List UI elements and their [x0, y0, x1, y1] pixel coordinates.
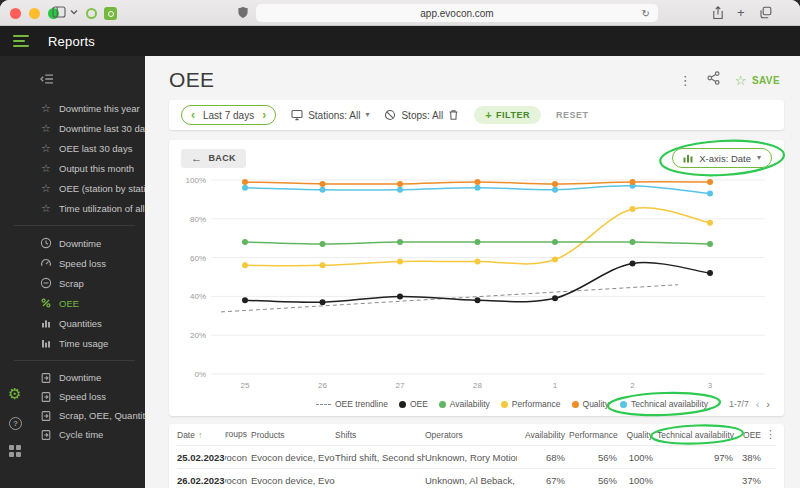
page-next-icon[interactable]: ›: [766, 399, 770, 410]
bar-chart-icon: [40, 317, 52, 329]
minus-circle-icon: [40, 277, 52, 289]
close-window-button[interactable]: [10, 8, 21, 19]
sidebar-item-output-this-month[interactable]: ☆ Output this month: [0, 158, 145, 178]
svg-text:28: 28: [473, 381, 482, 390]
legend-item-technical-availability[interactable]: Technical availability: [620, 399, 708, 409]
minimize-window-button[interactable]: [29, 8, 40, 19]
legend-item-oee-trendline[interactable]: OEE trendline: [316, 399, 388, 409]
extension-icon[interactable]: [86, 8, 97, 19]
legend-item-oee[interactable]: OEE: [399, 399, 428, 409]
col-performance[interactable]: Performance: [569, 430, 621, 440]
share-report-icon[interactable]: [707, 71, 720, 89]
oee-line-chart[interactable]: 0%20%40%60%80%100%25262728123: [181, 170, 771, 396]
sidebar-item-oee-last-30-days[interactable]: ☆ OEE last 30 days: [0, 138, 145, 158]
sidebar-item-scheduled-cycle-time[interactable]: Cycle time: [0, 425, 145, 444]
col-oee[interactable]: OEE: [737, 430, 765, 440]
table-header-row: Date ↑ Station groups Products Shifts Op…: [177, 424, 776, 446]
pagination-label: 1-7/7: [729, 399, 748, 409]
caret-down-icon: ▾: [365, 111, 369, 119]
sidebar-divider: [14, 360, 135, 361]
col-availability[interactable]: Availability: [517, 430, 569, 440]
chevron-down-icon[interactable]: [70, 9, 78, 15]
table-row[interactable]: 26.02.2023 Evocon Evocon device, Evocon …: [177, 469, 776, 488]
date-range-select[interactable]: ‹ Last 7 days ›: [181, 105, 276, 125]
col-products[interactable]: Products: [251, 430, 335, 440]
star-icon: ☆: [40, 143, 52, 154]
stations-filter[interactable]: Stations: All ▾: [291, 109, 369, 121]
refresh-icon[interactable]: ↻: [642, 8, 650, 19]
sidebar-item-label: Scrap, OEE, Quantities, Ti...: [59, 410, 145, 421]
sidebar-item-quantities[interactable]: Quantities: [0, 313, 145, 333]
sidebar-item-oee[interactable]: OEE: [0, 293, 145, 313]
xaxis-select[interactable]: X-axis: Date ▾: [672, 148, 772, 168]
caret-down-icon: ▾: [757, 154, 761, 162]
sidebar-item-scheduled-speed-loss[interactable]: Speed loss: [0, 387, 145, 406]
app-title: Reports: [48, 34, 95, 49]
stops-filter[interactable]: Stops: All: [384, 109, 459, 121]
privacy-shield-icon[interactable]: [237, 6, 249, 19]
cell-operators: Unknown, Al Beback, R...: [425, 475, 517, 486]
page-menu-icon[interactable]: ⋮: [679, 74, 692, 87]
trash-icon[interactable]: [448, 109, 459, 121]
table-menu-icon[interactable]: ⋮: [765, 428, 773, 441]
sidebar-item-speed-loss[interactable]: Speed loss: [0, 253, 145, 273]
sidebar-item-scrap[interactable]: Scrap: [0, 273, 145, 293]
svg-text:60%: 60%: [190, 254, 206, 263]
tabs-overview-icon[interactable]: [759, 6, 772, 19]
sidebar-item-label: Quantities: [59, 318, 102, 329]
back-button[interactable]: ← BACK: [181, 149, 246, 168]
sidebar-item-downtime[interactable]: Downtime: [0, 233, 145, 253]
scheduled-reports-group: Downtime Speed loss Scrap, OEE, Quantiti…: [0, 368, 145, 444]
cell-products: Evocon device, Evocon d...: [251, 475, 335, 486]
sidebar-item-label: Speed loss: [59, 391, 106, 402]
table-row[interactable]: 25.02.2023 Evocon Evocon device, Evocon …: [177, 446, 776, 469]
previous-period-icon[interactable]: ‹: [191, 109, 195, 121]
svg-text:2: 2: [630, 381, 635, 390]
sidebar-item-label: Time utilization of all mac...: [59, 203, 145, 214]
col-quality[interactable]: Quality: [621, 430, 657, 440]
sidebar-item-label: OEE (station by station co...: [59, 183, 145, 194]
save-button[interactable]: ☆ SAVE: [735, 74, 780, 87]
share-icon[interactable]: [712, 6, 724, 20]
sidebar-item-oee-station-by-station[interactable]: ☆ OEE (station by station co...: [0, 178, 145, 198]
back-arrow-icon: ←: [191, 153, 202, 164]
evocon-favicon[interactable]: [104, 7, 117, 20]
reset-filters-button[interactable]: RESET: [556, 110, 589, 120]
cell-quality: 100%: [621, 475, 657, 486]
sidebar-item-time-usage[interactable]: Time usage: [0, 333, 145, 353]
apps-grid-icon[interactable]: [9, 445, 21, 457]
next-period-icon[interactable]: ›: [262, 109, 266, 121]
address-bar[interactable]: app.evocon.com ↻: [256, 4, 658, 22]
sidebar-item-label: Downtime: [59, 372, 101, 383]
cell-availability: 68%: [517, 452, 569, 463]
col-date[interactable]: Date ↑: [177, 430, 225, 440]
legend-item-availability[interactable]: Availability: [439, 399, 490, 409]
add-filter-button[interactable]: + FILTER: [474, 106, 541, 124]
evocon-menu-icon[interactable]: [13, 35, 29, 47]
col-shifts[interactable]: Shifts: [335, 430, 425, 440]
legend-item-performance[interactable]: Performance: [501, 399, 561, 409]
sidebar-item-time-utilization[interactable]: ☆ Time utilization of all mac...: [0, 198, 145, 218]
gauge-icon: [40, 257, 52, 269]
report-export-icon: [40, 372, 52, 384]
page-previous-icon[interactable]: ‹: [756, 399, 760, 410]
sidebar-item-label: Time usage: [59, 338, 108, 349]
browser-sidebar-toggle-icon[interactable]: [52, 6, 66, 18]
col-technical-availability[interactable]: Technical availability: [657, 430, 737, 440]
sidebar-item-scheduled-downtime[interactable]: Downtime: [0, 368, 145, 387]
cell-date: 26.02.2023: [177, 475, 225, 486]
sidebar-item-downtime-last-30-days[interactable]: ☆ Downtime last 30 days (all...: [0, 118, 145, 138]
col-station-groups[interactable]: Station groups: [225, 430, 251, 440]
results-table: Date ↑ Station groups Products Shifts Op…: [169, 424, 784, 488]
legend-item-quality[interactable]: Quality: [572, 399, 609, 409]
cell-shifts: Third shift, Second shift, ...: [335, 452, 425, 463]
col-operators[interactable]: Operators: [425, 430, 517, 440]
star-icon: ☆: [40, 183, 52, 194]
sidebar-item-downtime-this-year[interactable]: ☆ Downtime this year: [0, 98, 145, 118]
settings-gear-icon[interactable]: ⚙: [8, 386, 21, 401]
cell-operators: Unknown, Rory Motion, ...: [425, 452, 517, 463]
new-tab-icon[interactable]: +: [737, 5, 745, 20]
help-icon[interactable]: ?: [9, 417, 22, 430]
cell-technical-availability: 97%: [657, 452, 737, 463]
collapse-sidebar-icon[interactable]: [40, 71, 54, 89]
